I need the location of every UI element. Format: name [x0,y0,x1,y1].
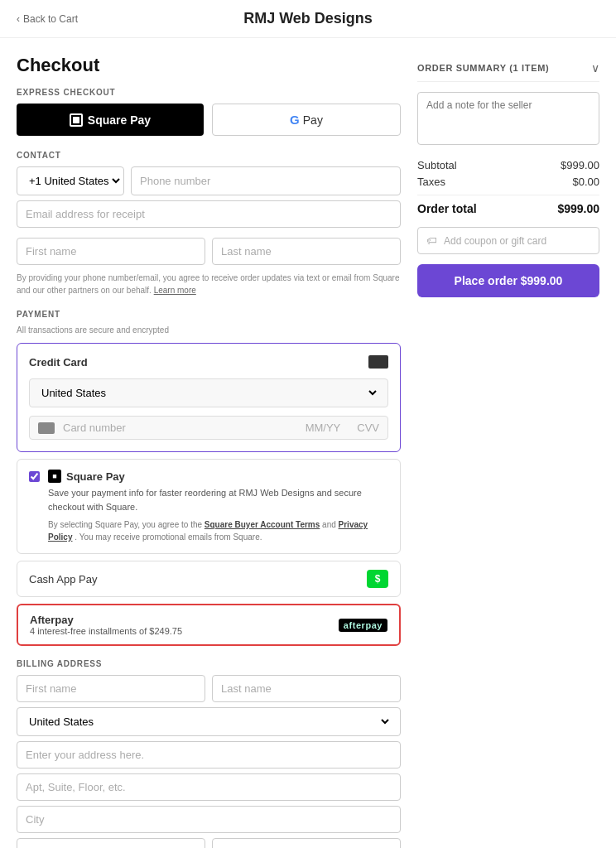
sq-logo-small: ■ [48,470,61,483]
learn-more-link[interactable]: Learn more [154,286,196,295]
billing-fields: State [17,741,401,848]
apt-input[interactable] [17,773,401,801]
name-row [17,238,401,265]
square-pay-option: ■ Square Pay Save your payment info for … [17,459,401,554]
seller-note-area [417,92,599,147]
order-total-value: $999.00 [557,202,599,215]
state-zip-row: State [17,838,401,848]
afterpay-content: Afterpay 4 interest-free installments of… [30,614,182,636]
first-name-input[interactable] [17,238,205,265]
afterpay-logo: afterpay [339,619,387,632]
checkout-title: Checkout [17,55,401,76]
address-input[interactable] [17,741,401,768]
express-checkout-section: EXPRESS CHECKOUT Square Pay G Pay [17,88,401,136]
subtotal-row: Subtotal $999.00 [417,159,599,171]
city-input[interactable] [17,806,401,833]
cash-app-icon: $ [367,570,388,588]
contact-section: CONTACT +1 United States By providing yo… [17,151,401,296]
order-total-label: Order total [417,202,477,215]
right-column: ORDER SUMMARY (1 ITEM) ∨ Subtotal $999.0… [417,55,599,848]
cash-app-label: Cash App Pay [29,573,97,585]
contact-section-label: CONTACT [17,151,401,160]
card-number-placeholder[interactable]: Card number [63,422,297,434]
tag-icon: 🏷 [426,234,437,247]
billing-name-row [17,675,401,702]
credit-card-header: Credit Card [29,355,388,369]
mm-yy-field[interactable]: MM/YY [306,422,341,434]
coupon-placeholder: Add coupon or gift card [444,235,546,247]
afterpay-desc: 4 interest-free installments of $249.75 [30,626,182,636]
billing-last-name[interactable] [212,675,401,702]
chevron-down-icon: ∨ [591,61,599,75]
taxes-label: Taxes [417,176,445,188]
state-select[interactable]: State [17,838,205,848]
back-label: Back to Cart [23,13,78,25]
billing-section-label: BILLING ADDRESS [17,659,401,668]
seller-note-textarea[interactable] [417,92,599,145]
order-summary-header[interactable]: ORDER SUMMARY (1 ITEM) ∨ [417,55,599,82]
card-field-icon [38,422,55,434]
back-to-cart-link[interactable]: ‹ Back to Cart [17,13,78,25]
square-pay-terms: By selecting Square Pay, you agree to th… [48,518,388,543]
cc-country-dropdown[interactable]: United States [38,386,379,400]
square-pay-label: Square Pay [88,113,151,127]
card-fields-row: Card number MM/YY CVV [29,416,388,440]
gpay-label: Pay [303,113,323,127]
order-summary-title: ORDER SUMMARY (1 ITEM) [417,63,549,73]
square-pay-checkbox[interactable] [29,471,40,482]
cc-country-select[interactable]: United States [29,378,388,407]
square-pay-desc: Save your payment info for faster reorde… [48,486,388,513]
cvv-field[interactable]: CVV [357,422,379,434]
payment-section-label: PAYMENT [17,310,401,319]
top-bar: ‹ Back to Cart RMJ Web Designs [0,0,616,38]
billing-country-select[interactable]: United States [17,707,401,736]
credit-card-label: Credit Card [29,356,88,369]
afterpay-row[interactable]: Afterpay 4 interest-free installments of… [17,604,401,646]
left-column: Checkout EXPRESS CHECKOUT Square Pay G P… [17,55,417,848]
phone-input[interactable] [131,166,401,195]
payment-security-text: All transactions are secure and encrypte… [17,325,401,335]
subtotal-value: $999.00 [561,159,599,171]
express-checkout-buttons: Square Pay G Pay [17,104,401,136]
country-phone-select[interactable]: +1 United States [17,166,124,195]
place-order-label: Place order [455,274,517,287]
last-name-input[interactable] [212,238,401,265]
postal-code-input[interactable] [212,838,401,848]
coupon-row[interactable]: 🏷 Add coupon or gift card [417,227,599,254]
cash-app-pay-row[interactable]: Cash App Pay $ [17,561,401,597]
phone-row: +1 United States [17,166,401,195]
email-input[interactable] [17,200,401,228]
place-order-button[interactable]: Place order $999.00 [417,264,599,297]
square-pay-express-button[interactable]: Square Pay [17,104,204,136]
subtotal-label: Subtotal [417,159,457,171]
google-pay-button[interactable]: G Pay [212,104,401,136]
place-order-amount: $999.00 [521,274,563,287]
billing-first-name[interactable] [17,675,205,702]
order-totals: Subtotal $999.00 Taxes $0.00 Order total… [417,159,599,215]
square-pay-title: ■ Square Pay [48,470,388,483]
express-checkout-label: EXPRESS CHECKOUT [17,88,401,97]
billing-section: BILLING ADDRESS United States State [17,659,401,848]
totals-divider [417,195,599,195]
square-icon [70,113,83,127]
billing-country-dropdown[interactable]: United States [26,715,392,729]
main-layout: Checkout EXPRESS CHECKOUT Square Pay G P… [0,38,616,848]
consent-text: By providing your phone number/email, yo… [17,272,401,296]
square-terms-link[interactable]: Square Buyer Account Terms [205,520,320,529]
site-title: RMJ Web Designs [243,10,373,27]
country-phone-dropdown[interactable]: +1 United States [26,174,123,188]
google-g-icon: G [290,113,300,127]
credit-card-box: Credit Card United States Card number MM… [17,343,401,452]
taxes-row: Taxes $0.00 [417,176,599,188]
credit-card-icon [368,355,388,369]
afterpay-title: Afterpay [30,614,182,626]
svg-rect-1 [73,117,79,123]
order-total-row: Order total $999.00 [417,202,599,215]
chevron-left-icon: ‹ [17,13,20,25]
taxes-value: $0.00 [572,176,599,188]
square-pay-content: ■ Square Pay Save your payment info for … [48,470,388,543]
payment-section: PAYMENT All transactions are secure and … [17,310,401,646]
